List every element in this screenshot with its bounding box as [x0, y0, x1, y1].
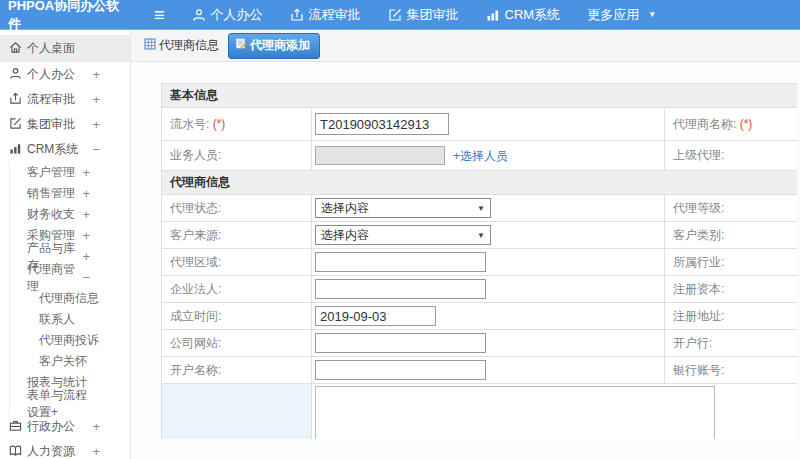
- form-row-customer-source: 客户来源: 选择内容 ▼ 客户类别:: [162, 222, 798, 249]
- topnav-workflow-approval[interactable]: 流程审批: [290, 6, 361, 24]
- select-caret-icon: ▼: [477, 231, 485, 240]
- top-bar: PHPOA协同办公软件 ≡ 个人办公 流程审批 集团审批 CRM系统 更多应用 …: [0, 0, 800, 30]
- company-website-label: 公司网站:: [162, 330, 312, 357]
- staff-label: 业务人员:: [162, 141, 312, 171]
- registered-address-label: 注册地址:: [665, 303, 798, 330]
- chart-icon: [9, 142, 22, 158]
- bank-branch-label: 开户行:: [665, 330, 798, 357]
- main-area: 代理商信息 代理商添加 基本信息 流水号: (*) 代理商名称: (*): [131, 30, 800, 459]
- description-textarea[interactable]: [315, 386, 715, 439]
- customer-source-label: 客户来源:: [162, 222, 312, 249]
- agent-region-input[interactable]: [315, 252, 486, 272]
- sidebar-item-agent-management[interactable]: 代理商管理 −: [9, 267, 130, 288]
- pick-staff-link[interactable]: +选择人员: [453, 149, 508, 163]
- form-row-staff: 业务人员: +选择人员 上级代理:: [162, 141, 798, 171]
- expand-icon[interactable]: +: [92, 67, 100, 82]
- sidebar-item-human-resources[interactable]: 人力资源 +: [0, 439, 130, 459]
- bank-account-label: 银行账号:: [665, 357, 798, 384]
- sidebar-item-group-approval[interactable]: 集团审批 +: [0, 112, 130, 137]
- expand-icon[interactable]: +: [92, 444, 100, 459]
- tab-agent-add[interactable]: 代理商添加: [228, 33, 320, 59]
- sidebar-item-crm-system[interactable]: CRM系统 −: [0, 137, 130, 162]
- content-area: 基本信息 流水号: (*) 代理商名称: (*) 业务人员: +选择人员: [131, 62, 800, 459]
- tab-agent-info[interactable]: 代理商信息: [144, 37, 219, 54]
- sidebar-item-finance[interactable]: 财务收支 +: [9, 204, 130, 225]
- sidebar: 个人桌面 个人办公 + 流程审批 + 集团审批 + CRM系统 − 客户管理 +…: [0, 30, 131, 459]
- sidebar-item-agent-complaints[interactable]: 代理商投诉: [9, 330, 130, 351]
- collapse-icon[interactable]: −: [82, 270, 90, 285]
- industry-label: 所属行业:: [665, 249, 798, 276]
- edit-icon: [388, 8, 402, 22]
- agent-status-label: 代理状态:: [162, 195, 312, 222]
- legal-person-input[interactable]: [315, 279, 486, 299]
- form-row-website: 公司网站: 开户行:: [162, 330, 798, 357]
- hamburger-menu-icon[interactable]: ≡: [154, 6, 165, 24]
- required-mark: (*): [740, 117, 753, 131]
- caret-down-icon: ▼: [648, 10, 656, 19]
- sidebar-item-form-workflow-settings[interactable]: 表单与流程设置+: [9, 393, 130, 414]
- registered-capital-label: 注册资本:: [665, 276, 798, 303]
- book-icon: [9, 444, 22, 459]
- established-date-label: 成立时间:: [162, 303, 312, 330]
- sidebar-item-sales-management[interactable]: 销售管理 +: [9, 183, 130, 204]
- select-caret-icon: ▼: [477, 204, 485, 213]
- staff-input: [315, 146, 445, 165]
- sidebar-item-personal-office[interactable]: 个人办公 +: [0, 62, 130, 87]
- agent-add-form: 基本信息 流水号: (*) 代理商名称: (*) 业务人员: +选择人员: [161, 83, 797, 439]
- sidebar-item-contacts[interactable]: 联系人: [9, 309, 130, 330]
- app-logo: PHPOA协同办公软件: [0, 0, 130, 33]
- user-icon: [192, 8, 206, 22]
- customer-source-select[interactable]: 选择内容 ▼: [315, 225, 491, 245]
- form-row-agent-region: 代理区域: 所属行业:: [162, 249, 798, 276]
- serial-number-input[interactable]: [315, 113, 449, 135]
- flow-icon: [9, 92, 22, 108]
- agent-status-select[interactable]: 选择内容 ▼: [315, 198, 491, 218]
- expand-icon[interactable]: +: [92, 117, 100, 132]
- customer-category-label: 客户类别:: [665, 222, 798, 249]
- sidebar-item-personal-desktop[interactable]: 个人桌面: [0, 35, 130, 62]
- flow-icon: [290, 8, 304, 22]
- required-mark: (*): [213, 117, 226, 131]
- tab-bar: 代理商信息 代理商添加: [131, 30, 800, 62]
- expand-icon[interactable]: +: [82, 165, 90, 180]
- agent-name-label: 代理商名称: (*): [665, 108, 798, 141]
- parent-agent-label: 上级代理:: [665, 141, 798, 171]
- description-label: 详细描述:: [162, 384, 312, 440]
- form-row-established-date: 成立时间: 注册地址:: [162, 303, 798, 330]
- expand-icon[interactable]: +: [82, 207, 90, 222]
- serial-label: 流水号: (*): [162, 108, 312, 141]
- expand-icon[interactable]: +: [82, 186, 90, 201]
- sidebar-item-customer-management[interactable]: 客户管理 +: [9, 162, 130, 183]
- sidebar-item-customer-care[interactable]: 客户关怀: [9, 351, 130, 372]
- topnav-group-approval[interactable]: 集团审批: [388, 6, 459, 24]
- form-row-agent-status: 代理状态: 选择内容 ▼ 代理等级:: [162, 195, 798, 222]
- chart-icon: [486, 8, 500, 22]
- company-website-input[interactable]: [315, 333, 486, 353]
- expand-icon[interactable]: +: [82, 228, 90, 243]
- expand-icon[interactable]: +: [92, 419, 100, 434]
- sidebar-item-workflow-approval[interactable]: 流程审批 +: [0, 87, 130, 112]
- legal-person-label: 企业法人:: [162, 276, 312, 303]
- briefcase-icon: [9, 419, 22, 435]
- form-row-serial: 流水号: (*) 代理商名称: (*): [162, 108, 798, 141]
- established-date-input[interactable]: [315, 306, 436, 326]
- section-header-agent-info: 代理商信息: [162, 171, 798, 195]
- topnav-crm-system[interactable]: CRM系统: [486, 6, 561, 24]
- agent-level-label: 代理等级:: [665, 195, 798, 222]
- expand-icon[interactable]: +: [82, 249, 90, 264]
- section-header-basic-info: 基本信息: [162, 84, 798, 108]
- grid-icon: [144, 38, 156, 53]
- edit-icon: [9, 117, 22, 133]
- sidebar-item-administration[interactable]: 行政办公 +: [0, 414, 130, 439]
- home-icon: [9, 41, 22, 57]
- account-name-input[interactable]: [315, 360, 486, 380]
- form-row-description: 详细描述:: [162, 384, 798, 440]
- topnav-more-apps[interactable]: 更多应用 ▼: [587, 6, 656, 24]
- account-name-label: 开户名称:: [162, 357, 312, 384]
- topnav-personal-office[interactable]: 个人办公: [192, 6, 263, 24]
- add-form-icon: [236, 38, 247, 52]
- agent-region-label: 代理区域:: [162, 249, 312, 276]
- collapse-icon[interactable]: −: [92, 142, 100, 157]
- expand-icon[interactable]: +: [92, 92, 100, 107]
- form-row-account-name: 开户名称: 银行账号:: [162, 357, 798, 384]
